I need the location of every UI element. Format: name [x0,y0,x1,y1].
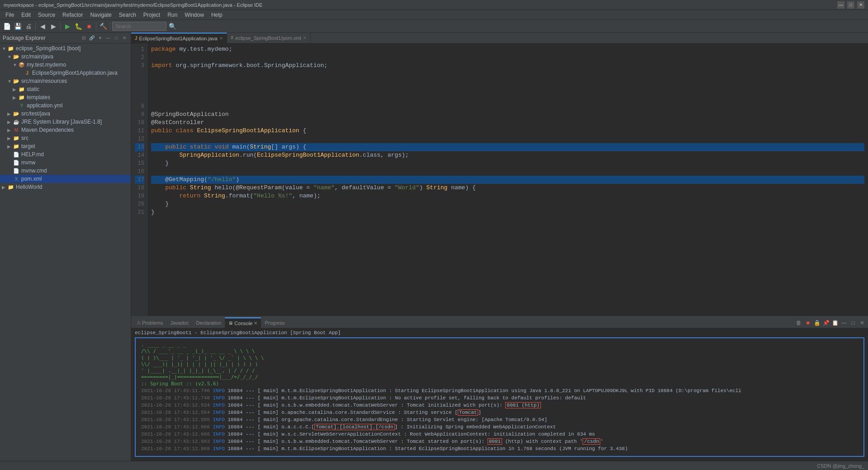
console-copy-btn[interactable]: 📋 [831,319,839,327]
console-terminate-btn[interactable]: ■ [804,319,812,327]
close-bottom-btn[interactable]: ✕ [858,319,866,327]
tree-item-maven[interactable]: ▶ M Maven Dependencies [0,126,131,134]
highlight-tomcat-ctx: Tomcat].[localhost].[/csdn [314,424,395,430]
code-line-blank1 [151,70,864,78]
highlight-port: 8081 (http) [505,402,541,408]
log-line-3: 2021-10-26 17:43:12.534 INFO 10884 --- [… [141,402,858,409]
menu-edit[interactable]: Edit [18,11,34,19]
code-content[interactable]: package my.test.mydemo; import org.sprin… [147,43,868,316]
code-line-blank3 [151,86,864,94]
editor-tab-bar: J EclipseSpringBoot1Application.java ✕ X… [131,33,868,43]
code-line-20: } [151,200,864,208]
console-clear-btn[interactable]: 🗑 [795,319,803,327]
tree-item-static[interactable]: ▶ 📁 static [0,85,131,93]
menu-bar: File Edit Source Refactor Navigate Searc… [0,10,868,20]
tab-app-java[interactable]: J EclipseSpringBoot1Application.java ✕ [131,33,227,43]
search-input[interactable] [112,22,166,31]
tree-item-help-md[interactable]: 📄 HELP.md [0,150,131,158]
status-bar: CSDN @jing_zhong_ [0,461,868,470]
tree-item-app-java[interactable]: J EclipseSpringBoot1Application.java [0,69,131,77]
maximize-panel-btn[interactable]: □ [113,34,120,42]
javadoc-label: Javadoc [170,320,189,326]
tab-problems[interactable]: ⚠ Problems [133,317,166,328]
tab-progress[interactable]: Progress [261,317,288,328]
tree-item-templates[interactable]: ▶ 📁 templates [0,93,131,101]
menu-window[interactable]: Window [181,11,208,19]
toolbar-print-btn[interactable]: 🖨 [24,21,33,31]
menu-navigate[interactable]: Navigate [86,11,115,19]
close-panel-btn[interactable]: ✕ [121,34,128,42]
tab-console[interactable]: 🖥 Console ✕ [225,317,261,328]
window-controls: — □ ✕ [837,1,864,9]
code-line-blank2 [151,78,864,86]
console-close-icon[interactable]: ✕ [254,321,257,326]
toolbar-back-btn[interactable]: ◀ [38,21,47,31]
menu-source[interactable]: Source [34,11,59,19]
tab-declaration[interactable]: Declaration [192,317,225,328]
code-editor: 1 2 3 8 9 10 11 12 13 14 15 16 1 [131,43,868,316]
search-btn[interactable]: 🔍 [167,21,177,31]
console-scroll-lock-btn[interactable]: 🔒 [813,319,821,327]
tree-item-helloworld[interactable]: ▶ 📁 HelloWorld [0,183,131,191]
close-button[interactable]: ✕ [857,1,864,9]
minimize-panel-btn[interactable]: — [104,34,112,42]
title-text: myworkspace - eclipse_SpringBoot1/src/ma… [4,2,262,8]
declaration-label: Declaration [196,320,221,326]
tab-app-java-close[interactable]: ✕ [219,36,223,41]
maximize-bottom-btn[interactable]: □ [849,319,857,327]
tree-item-package[interactable]: ▼ 📦 my.test.mydemo [0,61,131,69]
code-line-12 [151,135,864,143]
minimize-button[interactable]: — [837,1,844,9]
collapse-all-btn[interactable]: ⊟ [80,34,87,42]
tree-item-pom-xml[interactable]: X pom.xml [0,175,131,183]
tree-item-src[interactable]: ▶ 📁 src [0,134,131,142]
tab-javadoc[interactable]: Javadoc [166,317,192,328]
highlight-tomcat: Tomcat [458,409,479,416]
console-pin-btn[interactable]: 📌 [822,319,830,327]
menu-help[interactable]: Help [208,11,226,19]
toolbar-run-btn[interactable]: ▶ [62,21,72,31]
tree-item-mvnw-cmd[interactable]: 📄 mvnw.cmd [0,167,131,175]
package-explorer-title: Package Explorer [3,35,46,41]
log-line-9: 2021-10-26 17:43:12.969 INFO 10884 --- [… [141,445,858,452]
explorer-menu-btn[interactable]: ▾ [96,34,104,42]
code-line-17: @GetMapping("/hello") [151,176,864,184]
tree-item-mvnw[interactable]: 📄 mvnw [0,158,131,167]
tree-item-application-yml[interactable]: Y application.yml [0,101,131,110]
log-line-7: 2021-10-26 17:43:12.666 INFO 10884 --- [… [141,431,858,438]
java-icon: J [135,36,138,41]
toolbar-sep-1 [35,22,36,30]
console-label: Console [234,321,252,326]
tree-item-target[interactable]: ▶ 📁 target [0,142,131,150]
tab-pom-xml[interactable]: X eclipse_SpringBoot1/pom.xml ✕ [227,33,311,43]
console-area: eclipse_SpringBoot1 - EclipseSpringBoot1… [131,328,868,461]
toolbar-debug-btn[interactable]: 🐛 [73,21,83,31]
tree-item-root[interactable]: ▼ 📁 eclipse_SpringBoot1 [boot] [0,44,131,53]
tree-view: ▼ 📁 eclipse_SpringBoot1 [boot] ▼ 📂 src/m… [0,43,131,461]
code-line-16 [151,168,864,176]
status-right: CSDN @jing_zhong_ [817,463,864,469]
menu-project[interactable]: Project [140,11,164,19]
tree-item-src-main-resources[interactable]: ▼ 📂 src/main/resources [0,77,131,85]
menu-refactor[interactable]: Refactor [59,11,86,19]
toolbar-forward-btn[interactable]: ▶ [48,21,58,31]
menu-run[interactable]: Run [164,11,181,19]
link-with-editor-btn[interactable]: 🔗 [88,34,95,42]
tree-item-jre[interactable]: ▶ ☕ JRE System Library [JavaSE-1.8] [0,118,131,126]
toolbar-new-btn[interactable]: 📄 [2,21,12,31]
tab-pom-xml-close[interactable]: ✕ [303,35,307,40]
code-line-21: } [151,208,864,216]
menu-file[interactable]: File [2,11,18,19]
bottom-panel-toolbar: 🗑 ■ 🔒 📌 📋 — □ ✕ [795,319,866,327]
menu-search[interactable]: Search [115,11,140,19]
tree-item-src-test-java[interactable]: ▶ 📂 src/test/java [0,110,131,118]
maximize-button[interactable]: □ [847,1,854,9]
toolbar-build-btn[interactable]: 🔨 [98,21,108,31]
toolbar-save-btn[interactable]: 💾 [13,21,23,31]
tree-item-src-main-java[interactable]: ▼ 📂 src/main/java [0,53,131,61]
collapse-bottom-btn[interactable]: — [840,319,848,327]
toolbar-stop-btn[interactable]: ■ [84,21,94,31]
problems-label: Problems [142,320,163,326]
tab-app-java-label: EclipseSpringBoot1Application.java [139,36,218,41]
main-layout: Package Explorer ⊟ 🔗 ▾ — □ ✕ ▼ 📁 eclipse… [0,33,868,461]
